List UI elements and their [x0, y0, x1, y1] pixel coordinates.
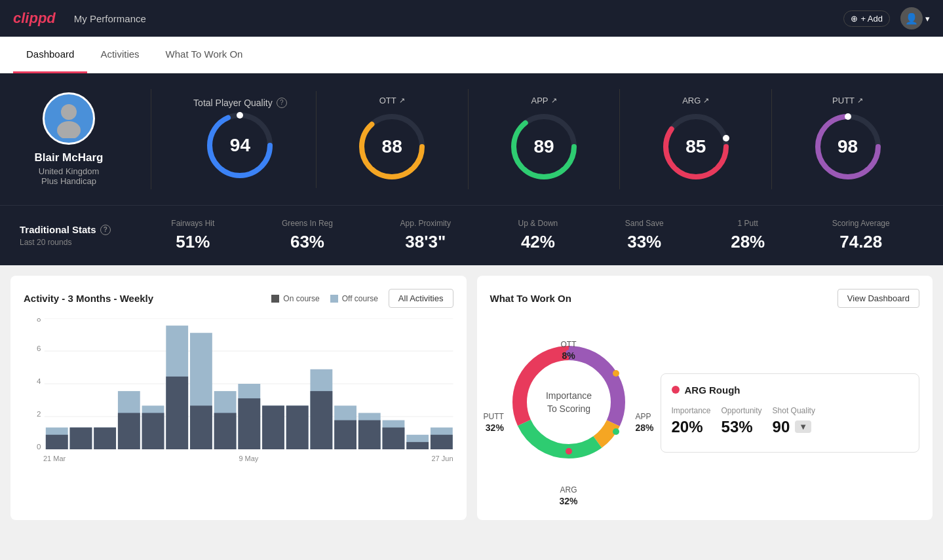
arg-label: ARG ↗: [682, 96, 709, 105]
trad-help-icon[interactable]: ?: [100, 225, 111, 235]
trad-title: Traditional Stats ?: [20, 224, 125, 235]
logo: clippd: [13, 10, 56, 27]
info-metric-opportunity: Opportunity 53%: [722, 406, 762, 436]
stat-scoring-average: Scoring Average 74.28: [822, 219, 900, 252]
avatar-button[interactable]: 👤 ▾: [900, 7, 930, 29]
traditional-stats-section: Traditional Stats ? Last 20 rounds Fairw…: [0, 205, 943, 265]
player-avatar: [43, 92, 95, 145]
main-content: Activity - 3 Months - Weekly On course O…: [0, 265, 943, 531]
player-info: Blair McHarg United Kingdom Plus Handica…: [20, 92, 138, 186]
svg-rect-46: [262, 405, 284, 449]
svg-rect-60: [431, 435, 453, 449]
legend-off-course: Off course: [330, 294, 378, 303]
bar-chart: 0 2 4 6 8 21 Mar 9 May 27 Jun: [24, 318, 453, 462]
ring-putt-value: 98: [837, 136, 858, 157]
trad-label-section: Traditional Stats ? Last 20 rounds: [20, 224, 138, 247]
svg-point-0: [61, 104, 77, 120]
all-activities-button[interactable]: All Activities: [389, 289, 453, 308]
nav-tabs: Dashboard Activities What To Work On: [0, 37, 943, 73]
svg-rect-30: [70, 428, 92, 449]
donut-label-ott: OTT 8%: [561, 338, 577, 362]
svg-rect-54: [358, 420, 381, 449]
svg-point-67: [613, 370, 619, 377]
shot-quality-badge: ▼: [795, 420, 811, 433]
stat-app-proximity: App. Proximity 38'3": [391, 219, 461, 252]
header-title: My Performance: [74, 13, 146, 24]
svg-rect-34: [118, 413, 140, 449]
ring-total-value: 94: [230, 135, 250, 156]
info-metric-importance: Importance 20%: [672, 406, 711, 436]
stat-up-and-down: Up & Down 42%: [509, 219, 568, 252]
ring-arg: 85: [660, 111, 732, 183]
activity-header-right: On course Off course All Activities: [271, 289, 453, 308]
player-name: Blair McHarg: [35, 151, 104, 164]
score-app: APP ↗ 89: [469, 89, 621, 189]
logo-section: clippd My Performance: [13, 10, 146, 27]
ring-app-value: 89: [533, 136, 554, 157]
svg-rect-32: [94, 428, 116, 449]
player-country: United Kingdom: [39, 166, 100, 176]
scores-row: Total Player Quality ? 94 OTT ↗: [164, 89, 923, 189]
work-on-card-header: What To Work On View Dashboard: [490, 289, 920, 308]
plus-icon: ⊕: [851, 14, 858, 24]
score-arg: ARG ↗ 85: [620, 89, 772, 189]
svg-text:8: 8: [37, 318, 41, 323]
avatar: 👤: [900, 7, 923, 29]
trad-subtitle: Last 20 rounds: [20, 238, 125, 247]
info-card-title: ARG Rough: [672, 384, 909, 396]
donut-label-app: APP 28%: [635, 410, 653, 434]
tpq-help-icon[interactable]: ?: [277, 98, 287, 108]
svg-rect-36: [142, 413, 164, 449]
score-total: Total Player Quality ? 94: [164, 91, 317, 188]
chart-x-labels: 21 Mar 9 May 27 Jun: [24, 452, 453, 462]
player-handicap: Plus Handicap: [41, 176, 96, 186]
chart-legend: On course Off course: [271, 294, 378, 303]
svg-text:4: 4: [37, 377, 41, 385]
svg-rect-52: [334, 420, 356, 449]
work-on-title: What To Work On: [490, 293, 571, 304]
ring-app: 89: [508, 111, 580, 183]
arg-arrow: ↗: [703, 96, 709, 105]
trad-stats-row: Fairways Hit 51% Greens In Reg 63% App. …: [138, 219, 923, 252]
activity-card-header: Activity - 3 Months - Weekly On course O…: [24, 289, 453, 308]
activity-card-title: Activity - 3 Months - Weekly: [24, 293, 153, 304]
ott-label: OTT ↗: [379, 96, 405, 105]
score-ott: OTT ↗ 88: [317, 89, 469, 189]
avatar-chevron: ▾: [925, 14, 930, 24]
svg-point-4: [237, 112, 243, 119]
info-metrics: Importance 20% Opportunity 53% Shot Qual…: [672, 406, 909, 436]
svg-point-68: [613, 428, 619, 435]
ring-putt: 98: [812, 111, 884, 183]
svg-point-1: [57, 121, 81, 138]
svg-text:0: 0: [37, 443, 41, 449]
tab-dashboard[interactable]: Dashboard: [13, 37, 87, 73]
add-button[interactable]: ⊕ + Add: [843, 10, 890, 27]
info-card: ARG Rough Importance 20% Opportunity 53%…: [661, 373, 920, 453]
putt-label: PUTT ↗: [832, 96, 863, 105]
ring-arg-value: 85: [685, 136, 706, 157]
svg-text:2: 2: [37, 410, 41, 418]
tab-activities[interactable]: Activities: [87, 37, 152, 73]
svg-text:6: 6: [37, 345, 41, 352]
svg-rect-50: [310, 391, 332, 449]
work-on-card: What To Work On View Dashboard OTT 8% AP…: [477, 276, 933, 520]
activity-card: Activity - 3 Months - Weekly On course O…: [10, 276, 467, 520]
tab-what-to-work-on[interactable]: What To Work On: [153, 37, 256, 73]
donut-chart-wrapper: OTT 8% APP 28% ARG 32% PUTT 32%: [490, 318, 647, 507]
svg-text:To Scoring: To Scoring: [547, 403, 590, 414]
info-metric-shot-quality: Shot Quality 90 ▼: [773, 406, 815, 436]
stat-fairways-hit: Fairways Hit 51%: [161, 219, 224, 252]
info-dot: [672, 386, 680, 394]
svg-rect-38: [166, 377, 188, 449]
app-label: APP ↗: [531, 96, 556, 105]
svg-point-14: [845, 113, 851, 120]
svg-rect-58: [406, 442, 429, 449]
view-dashboard-button[interactable]: View Dashboard: [837, 289, 919, 308]
legend-on-course: On course: [271, 294, 319, 303]
add-label: + Add: [860, 14, 883, 24]
score-putt: PUTT ↗ 98: [772, 89, 923, 189]
divider: [151, 89, 151, 189]
hero-section: Blair McHarg United Kingdom Plus Handica…: [0, 73, 943, 205]
ring-ott-value: 88: [382, 136, 402, 157]
svg-point-11: [723, 135, 729, 141]
